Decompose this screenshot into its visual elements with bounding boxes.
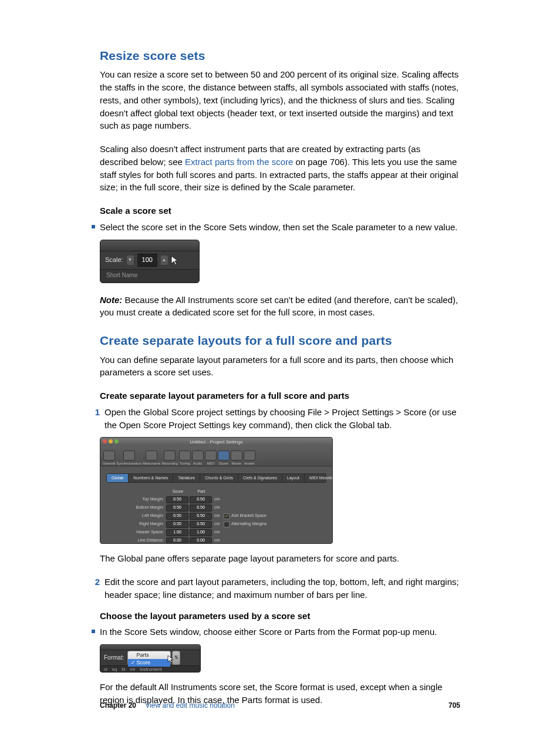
note-text: Because the All Instruments score set ca… — [100, 295, 458, 318]
chapter-label: Chapter 20 — [100, 701, 136, 710]
bullet-item: In the Score Sets window, choose either … — [100, 626, 460, 638]
column-header-score: Score — [166, 489, 190, 495]
score-value-field[interactable]: 0.50 — [166, 513, 188, 520]
part-value-field[interactable]: 0.50 — [190, 505, 212, 512]
window-titlebar — [100, 240, 199, 251]
stepper-decrement-icon[interactable]: ▾ — [127, 255, 134, 265]
toolbar-item-assets[interactable]: Assets — [244, 450, 255, 466]
column-header: mi — [130, 666, 134, 673]
subhead-scale-a-score-set: Scale a score set — [100, 204, 460, 217]
unit-label: cm — [213, 521, 224, 527]
part-value-field[interactable]: 0.50 — [190, 513, 212, 520]
row-label: Line Distance: — [109, 537, 166, 543]
column-header: Instrument — [140, 666, 162, 673]
column-header: sq — [112, 666, 117, 673]
movie-icon — [231, 450, 242, 460]
toolbar-item-midi[interactable]: MIDI — [205, 450, 217, 466]
tab-chords-grids[interactable]: Chords & Grids — [200, 474, 238, 482]
body-paragraph: You can resize a score set to between 50… — [100, 68, 460, 132]
unit-label: cm — [213, 505, 224, 510]
page-number: 705 — [448, 701, 460, 711]
toolbar-item-score[interactable]: Score — [218, 450, 230, 466]
figure-format-popup: Format: Parts ✓Score ⇅ clsqblmiInstrumen… — [100, 644, 201, 673]
assets-icon — [244, 450, 255, 460]
toolbar-item-metronome[interactable]: Metronome — [143, 450, 160, 466]
checkbox-label: Alternating Margins — [231, 521, 266, 527]
figure-scale-panel: Scale: ▾ 100 ▴ Short Name — [100, 240, 200, 283]
format-label: Format: — [100, 650, 127, 665]
recording-icon — [164, 450, 176, 460]
toolbar-item-tuning[interactable]: Tuning — [179, 450, 191, 466]
tab-layout[interactable]: Layout — [282, 474, 305, 482]
column-header: bl — [122, 666, 125, 673]
tab-global[interactable]: Global — [107, 474, 129, 482]
checkbox[interactable] — [224, 522, 230, 527]
window-title: Untitled - Project Settings — [190, 439, 242, 446]
audio-icon — [192, 450, 204, 460]
window-titlebar — [100, 645, 200, 650]
toolbar-item-label: Movie — [232, 461, 241, 466]
checkbox[interactable]: ✓ — [224, 513, 230, 519]
step-text: Edit the score and part layout parameter… — [104, 576, 460, 601]
figure-caption: The Global pane offers separate page lay… — [100, 552, 460, 565]
tab-bar: GlobalNumbers & NamesTablatureChords & G… — [106, 473, 326, 483]
column-header: cl — [104, 666, 107, 673]
step-item: 1 Open the Global Score project settings… — [100, 406, 460, 432]
row-label: Header Space: — [109, 529, 166, 535]
column-header-row: clsqblmiInstrument — [100, 665, 200, 673]
step-item: 2 Edit the score and part layout paramet… — [100, 576, 460, 601]
toolbar-item-movie[interactable]: Movie — [231, 450, 242, 466]
score-value-field[interactable]: 0.50 — [166, 521, 188, 528]
toolbar-item-audio[interactable]: Audio — [192, 450, 204, 466]
body-paragraph: You can define separate layout parameter… — [100, 354, 460, 379]
page-footer: Chapter 20 View and edit music notation … — [100, 701, 460, 711]
settings-grid: ScorePartTop Margin:0.500.50cmBottom Mar… — [100, 486, 332, 544]
bullet-item: Select the score set in the Score Sets w… — [100, 221, 460, 234]
scale-label: Scale: — [105, 255, 123, 265]
step-number: 2 — [87, 576, 104, 589]
step-text: Open the Global Score project settings b… — [104, 406, 460, 432]
tab-clefs-signatures[interactable]: Clefs & Signatures — [238, 474, 282, 482]
tab-midi-meaning[interactable]: MIDI Meaning — [305, 474, 333, 482]
tab-numbers-names[interactable]: Numbers & Names — [129, 474, 173, 482]
zoom-icon[interactable] — [114, 439, 119, 443]
stepper-increment-icon[interactable]: ▴ — [161, 255, 168, 265]
step-number: 1 — [87, 406, 104, 419]
toolbar-item-label: Metronome — [143, 461, 160, 466]
toolbar-item-synchronization[interactable]: Synchronization — [116, 450, 141, 466]
link-extract-parts[interactable]: Extract parts from the score — [185, 157, 293, 167]
note-label: Note: — [100, 295, 122, 305]
score-value-field[interactable]: 0.50 — [166, 505, 188, 512]
unit-label: cm — [213, 496, 224, 502]
tab-tablature[interactable]: Tablature — [173, 474, 200, 482]
bullet-marker-icon — [87, 221, 100, 228]
toolbar-item-recording[interactable]: Recording — [161, 450, 177, 466]
toolbar-item-general[interactable]: General — [103, 450, 115, 466]
part-value-field[interactable]: 0.50 — [190, 521, 212, 528]
score-value-field[interactable]: 0.00 — [166, 537, 188, 544]
part-value-field[interactable]: 0.50 — [190, 496, 212, 503]
chapter-title: View and edit music notation — [145, 701, 235, 710]
format-popup-menu[interactable]: Parts ✓Score — [127, 651, 171, 665]
synchronization-icon — [123, 450, 135, 460]
minimize-icon[interactable] — [109, 439, 113, 443]
part-value-field[interactable]: 0.00 — [190, 537, 212, 544]
figure-project-settings-window: Untitled - Project Settings GeneralSynch… — [100, 437, 333, 544]
toolbar-item-label: Audio — [193, 461, 202, 466]
cursor-icon — [171, 256, 180, 264]
tuning-icon — [179, 450, 191, 460]
popup-option-score[interactable]: ✓Score — [128, 659, 170, 667]
toolbar: GeneralSynchronizationMetronomeRecording… — [100, 446, 332, 466]
scale-value-field[interactable]: 100 — [137, 254, 157, 267]
toolbar-item-label: Assets — [244, 461, 255, 466]
window-traffic-lights[interactable] — [103, 439, 119, 443]
general-icon — [103, 450, 115, 460]
window-titlebar: Untitled - Project Settings — [100, 438, 332, 446]
close-icon[interactable] — [103, 439, 107, 443]
popup-option-parts[interactable]: Parts — [128, 651, 170, 659]
part-value-field[interactable]: 1.00 — [190, 529, 212, 536]
toolbar-item-label: General — [103, 461, 115, 466]
score-value-field[interactable]: 1.00 — [166, 529, 188, 536]
score-value-field[interactable]: 0.50 — [166, 496, 188, 503]
score-icon — [218, 450, 230, 460]
